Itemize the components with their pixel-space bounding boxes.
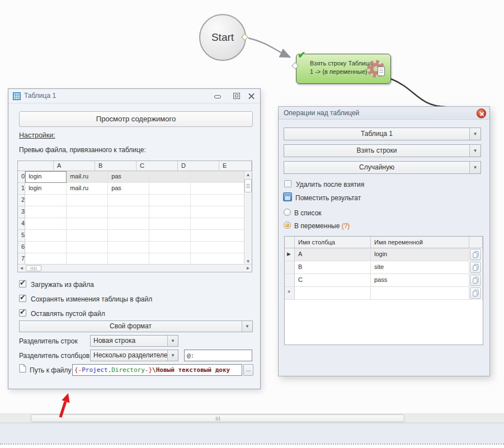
copy-button[interactable] [470,262,481,273]
action-block[interactable]: ✔ Взять строку Таблица 1 -> {в переменны… [296,54,391,84]
grid-cell[interactable] [149,183,191,195]
browse-button[interactable]: ... [243,364,253,376]
grid-cell[interactable] [25,242,67,253]
copy-button[interactable] [470,275,481,286]
column-name-header[interactable]: Имя столбца [295,237,371,248]
panel-header[interactable]: Операции над таблицей [279,107,489,120]
chevron-down-icon[interactable]: ▾ [469,128,481,140]
grid-cell[interactable]: pas [108,183,149,195]
file-path-input[interactable]: {-Project.Directory-}\Новый текстовый до… [72,364,242,376]
grid-cell[interactable] [67,206,108,218]
row-header[interactable]: 2 [18,195,25,206]
delete-after-checkbox[interactable] [284,180,291,187]
grid-cell[interactable] [149,253,191,265]
column-header-e[interactable]: E [219,161,252,171]
grid-cell[interactable]: login [371,248,469,261]
load-from-file-checkbox[interactable]: ✔ [19,280,26,287]
chevron-down-icon[interactable]: ▾ [242,321,252,332]
row-header[interactable]: 5 [18,230,25,242]
chevron-down-icon[interactable]: ▾ [469,145,481,157]
grid-cell[interactable] [149,195,191,206]
column-header-c[interactable]: C [136,161,178,171]
separator-chars-input[interactable]: @: [184,350,252,361]
grid-cell[interactable] [108,242,149,253]
to-variables-radio[interactable] [284,221,291,229]
grid-cell[interactable] [191,171,244,183]
grid-cell[interactable]: mail.ru [67,171,108,183]
grid-cell[interactable] [191,253,244,265]
window-titlebar[interactable]: Таблица 1 [8,89,260,103]
format-select[interactable]: Свой формат ▾ [19,320,253,332]
grid-cell[interactable]: A [295,248,371,261]
grid-cell[interactable] [67,230,108,242]
grid-cell[interactable] [191,206,244,218]
grid-cell[interactable]: pass [371,274,469,287]
to-list-radio[interactable] [284,209,291,216]
column-header-d[interactable]: D [178,161,219,171]
column-separator-select[interactable]: Несколько разделителей ▾ [90,350,178,361]
grid-cell[interactable]: login [25,183,67,195]
row-header[interactable]: 7 [18,253,25,265]
chevron-down-icon[interactable]: ▾ [469,162,481,173]
copy-button[interactable] [470,287,481,299]
help-link[interactable]: (?) [342,222,350,230]
row-separator-select[interactable]: Новая строка ▾ [90,335,178,347]
save-changes-checkbox[interactable]: ✔ [19,295,26,302]
row-header[interactable]: 1 [18,183,25,195]
mode-select[interactable]: Случайную ▾ [284,161,481,174]
scroll-left-icon[interactable]: ◄ [18,265,25,272]
grid-cell[interactable] [25,195,67,206]
grid-cell[interactable] [67,195,108,206]
grid-cell[interactable] [191,218,244,230]
start-node[interactable]: Start [199,14,246,61]
grid-cell[interactable]: C [295,274,371,287]
grid-cell[interactable] [149,218,191,230]
close-button[interactable] [247,92,256,100]
grid-cell[interactable] [191,183,244,195]
grid-cell[interactable]: mail.ru [67,183,108,195]
grid-cell[interactable] [191,195,244,206]
grid-cell[interactable]: B [295,261,371,274]
grid-cell[interactable] [25,218,67,230]
grid-cell[interactable] [108,195,149,206]
grid-cell[interactable] [149,242,191,253]
panel-close-button[interactable] [477,109,486,118]
scroll-thumb[interactable] [26,265,41,271]
vertical-scrollbar[interactable]: ▲ ▼ [244,171,252,265]
row-header[interactable]: 3 [18,206,25,218]
grid-cell[interactable] [25,230,67,242]
grid-cell[interactable] [191,242,244,253]
grid-cell[interactable] [25,253,67,265]
chevron-down-icon[interactable]: ▾ [167,350,178,361]
row-header[interactable]: 4 [18,218,25,230]
maximize-button[interactable] [232,92,241,100]
grid-cell[interactable] [25,206,67,218]
scroll-thumb[interactable] [244,179,252,192]
grid-cell[interactable]: pas [108,171,149,183]
view-content-button[interactable]: Просмотр содержимого [19,111,253,127]
grid-cell[interactable] [295,287,371,300]
grid-cell[interactable] [191,230,244,242]
scroll-up-icon[interactable]: ▲ [244,171,252,178]
chevron-down-icon[interactable]: ▾ [167,336,178,346]
grid-cell[interactable] [108,230,149,242]
scroll-right-icon[interactable]: ► [244,265,252,272]
corner-header[interactable] [18,161,54,171]
grid-cell-focused[interactable]: login [25,171,67,183]
row-header[interactable]: 0 [18,171,25,183]
scrollbar-thumb[interactable] [31,414,404,422]
grid-cell[interactable] [67,242,108,253]
row-header[interactable]: 6 [18,242,25,253]
horizontal-scrollbar[interactable]: ◄ ► [18,264,252,272]
column-header-b[interactable]: B [95,161,136,171]
grid-cell[interactable] [371,287,469,300]
canvas-hscrollbar[interactable] [0,413,504,423]
table-select[interactable]: Таблица 1 ▾ [284,128,481,140]
minimize-button[interactable] [213,92,222,100]
variable-name-header[interactable]: Имя переменной [371,237,469,248]
grid-cell[interactable] [108,253,149,265]
settings-link[interactable]: Настройки: [19,131,55,139]
column-header-a[interactable]: A [54,161,95,171]
keep-empty-file-checkbox[interactable]: ✔ [19,309,26,317]
copy-button[interactable] [470,249,481,260]
